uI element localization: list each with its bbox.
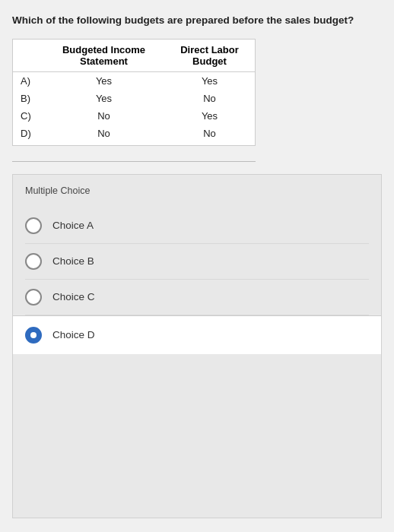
table-cell-col1: Yes [43,90,164,107]
table-row: B) Yes No [13,90,255,107]
choice-label-d: Choice D [52,329,95,340]
table-row: C) No Yes [13,107,255,125]
answer-section: Multiple Choice Choice AChoice BChoice C… [12,174,382,518]
table-cell-label: B) [13,90,43,107]
multiple-choice-label: Multiple Choice [25,185,369,196]
table-header-row-label [13,40,43,72]
question-text: Which of the following budgets are prepa… [12,14,382,28]
choice-item-b[interactable]: Choice B [25,244,369,280]
table-cell-label: C) [13,107,43,125]
choices-list: Choice AChoice BChoice CChoice D [25,208,369,354]
choice-item-c[interactable]: Choice C [25,280,369,315]
table-cell-col2: No [164,90,255,107]
table-header-col2: Direct Labor Budget [164,40,255,72]
table-cell-label: A) [13,71,43,90]
table-row: A) Yes Yes [13,71,255,90]
choice-label-c: Choice C [52,291,95,302]
table-cell-col1: No [43,125,164,145]
divider [12,161,256,162]
choice-item-a[interactable]: Choice A [25,208,369,244]
radio-a[interactable] [25,217,42,234]
table-cell-col2: Yes [164,71,255,90]
table-cell-col2: No [164,125,255,145]
radio-c[interactable] [25,289,42,306]
table-cell-label: D) [13,125,43,145]
choice-item-d[interactable]: Choice D [13,315,381,354]
table-cell-col2: Yes [164,107,255,125]
choice-label-b: Choice B [52,255,94,267]
table-header-col1: Budgeted Income Statement [43,40,164,72]
radio-d[interactable] [25,327,42,344]
table-row: D) No No [13,125,255,145]
radio-b[interactable] [25,253,42,270]
table-cell-col1: No [43,107,164,125]
choice-label-a: Choice A [52,220,94,231]
table-cell-col1: Yes [43,71,164,90]
answer-table: Budgeted Income Statement Direct Labor B… [12,39,256,146]
